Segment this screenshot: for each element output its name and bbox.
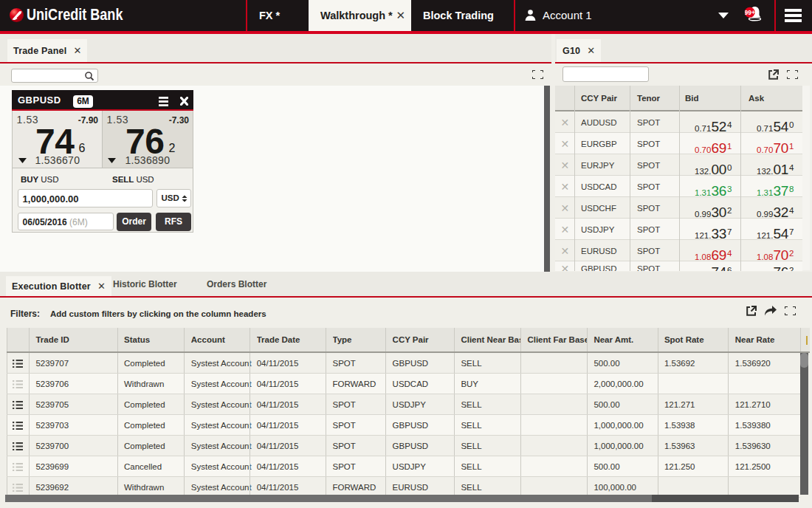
svg-text:99+: 99+ (745, 9, 755, 16)
